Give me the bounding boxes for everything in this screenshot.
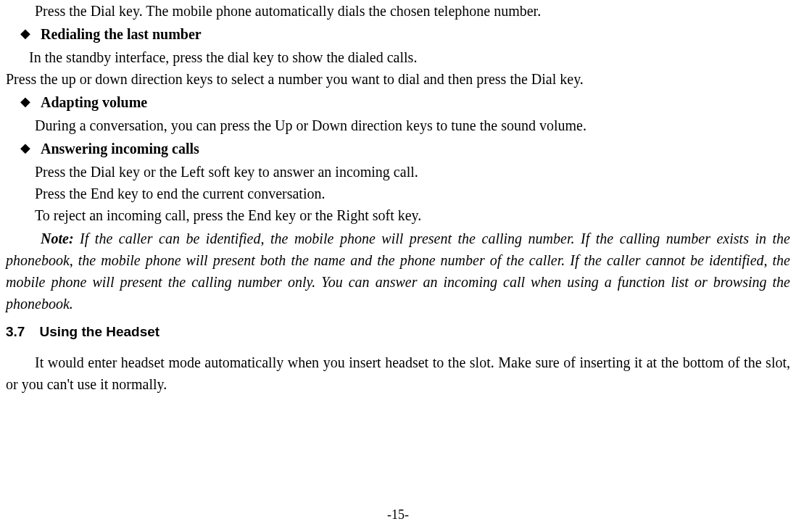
paragraph: It would enter headset mode automaticall…	[6, 352, 790, 395]
bullet-item: ◆ Redialing the last number	[6, 23, 790, 45]
page-number: -15-	[0, 505, 796, 525]
note-text: If the caller can be identified, the mob…	[6, 230, 790, 312]
paragraph: Press the Dial key. The mobile phone aut…	[6, 0, 790, 22]
note-label: Note:	[41, 230, 74, 246]
paragraph: In the standby interface, press the dial…	[6, 46, 790, 68]
note-block: Note: If the caller can be identified, t…	[6, 228, 790, 315]
paragraph: Press the Dial key or the Left soft key …	[6, 161, 790, 183]
diamond-icon: ◆	[20, 138, 30, 159]
diamond-icon: ◆	[20, 23, 30, 45]
paragraph: Press the End key to end the current con…	[6, 183, 790, 204]
bullet-item: ◆ Answering incoming calls	[6, 138, 790, 159]
bullet-item: ◆ Adapting volume	[6, 91, 790, 113]
paragraph: During a conversation, you can press the…	[6, 115, 790, 136]
section-number: 3.7	[6, 324, 25, 339]
section-heading: 3.7Using the Headset	[6, 322, 790, 343]
bullet-heading: Adapting volume	[41, 91, 147, 113]
paragraph: Press the up or down direction keys to s…	[6, 68, 790, 90]
bullet-heading: Redialing the last number	[41, 23, 202, 45]
diamond-icon: ◆	[20, 91, 30, 113]
paragraph: To reject an incoming call, press the En…	[6, 204, 790, 226]
bullet-heading: Answering incoming calls	[41, 138, 199, 159]
section-title: Using the Headset	[39, 324, 159, 339]
